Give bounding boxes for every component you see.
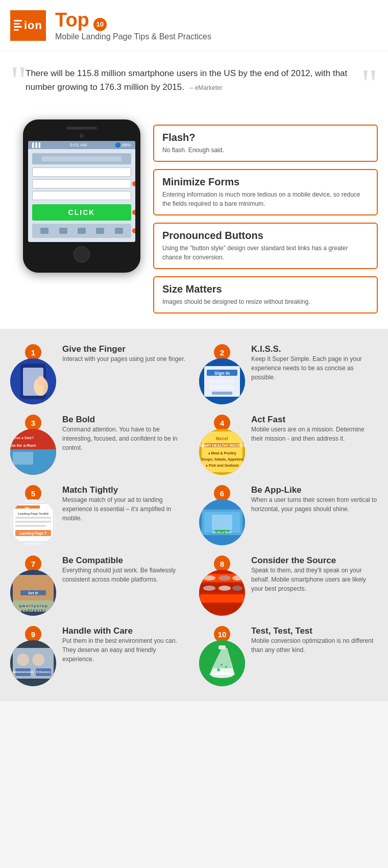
phone-nav-inner (42, 156, 121, 161)
logo-line (14, 23, 20, 25)
phone-home-button[interactable] (74, 246, 90, 262)
svg-text:HEART HEALTHY RECIPES: HEART HEALTHY RECIPES (199, 444, 245, 447)
tip-badge-4: 4 Becel HEART HEALTHY RECIPES ● Meat & P… (199, 415, 245, 475)
tip-title-3: Be Bold (62, 415, 189, 425)
quote-body: There will be 115.8 million smartphone u… (26, 68, 347, 92)
tip-img-placeholder-10 (199, 640, 245, 686)
phone-form-field-1[interactable] (32, 167, 131, 177)
logo: ion (10, 10, 46, 41)
svg-rect-11 (212, 392, 232, 395)
svg-rect-31 (15, 521, 51, 523)
phone-form-field-3[interactable] (32, 191, 131, 200)
tip-item-5: 5 ion Landing Page Toolkit (10, 485, 189, 545)
tip-content-5: Match Tightly Message match of your ad t… (62, 485, 189, 523)
tip-desc-6: When a user turns their screen from vert… (251, 495, 378, 514)
phone-click-button[interactable]: CLICK (32, 204, 131, 221)
phone-form-field-2[interactable] (32, 179, 131, 188)
tip-content-4: Act Fast Mobile users are on a mission. … (251, 415, 378, 443)
svg-point-55 (232, 575, 243, 581)
svg-text:q w e r t y u i o p: q w e r t y u i o p (19, 604, 47, 608)
quote-section: " There will be 115.8 million smartphone… (0, 51, 388, 109)
callout-pronounced-buttons: Pronounced Buttons Using the "button sty… (153, 223, 378, 269)
quote-open-icon: " (10, 60, 27, 101)
svg-rect-52 (200, 605, 244, 613)
phone-dot-size (132, 228, 135, 233)
phone-screen: ▌▌▌ 9:01 AM 🔵 88% (28, 141, 135, 242)
tip-image-10 (199, 640, 245, 686)
tip-badge-7: 7 q w e r t y u i o p a s d f g h j k l … (10, 556, 56, 616)
tip-title-9: Handle with Care (62, 626, 189, 636)
callout-forms-title: Minimize Forms (162, 176, 369, 188)
callout-flash-text: No flash. Enough said. (162, 146, 369, 155)
svg-text:Go for a Run!: Go for a Run! (10, 443, 36, 448)
tip-img-placeholder-8 (199, 570, 245, 616)
svg-point-57 (219, 586, 231, 591)
callout-size-matters: Size Matters Images should be designed t… (153, 276, 378, 314)
tip-content-10: Test, Test, Test Mobile conversion optim… (251, 626, 378, 655)
tip-desc-4: Mobile users are on a mission. Determine… (251, 425, 378, 443)
phone-content: CLICK (28, 149, 135, 242)
svg-point-73 (225, 666, 227, 668)
phone-dot-click (132, 210, 135, 215)
tip-content-7: Be Compatible Everything should just wor… (62, 556, 189, 584)
phone-back-icon (40, 228, 48, 234)
tip-image-1 (10, 358, 56, 404)
svg-point-58 (232, 586, 243, 591)
tip-img-placeholder-2: Sign In (199, 358, 245, 404)
tip-image-2: Sign In (199, 358, 245, 404)
header: ion Top 10 Mobile Landing Page Tips & Be… (0, 0, 388, 51)
svg-text:Landing Page T: Landing Page T (20, 532, 47, 536)
svg-point-62 (32, 654, 44, 666)
tip-title-7: Be Compatible (62, 556, 189, 566)
tip-item-10: 10 (199, 626, 378, 686)
tip-desc-5: Message match of your ad to landing expe… (62, 495, 189, 523)
tip-desc-3: Command attention. You have to be intere… (62, 425, 189, 452)
tip-img-placeholder-7: q w e r t y u i o p a s d f g h j k l Ge… (10, 570, 56, 616)
svg-point-4 (37, 376, 45, 386)
tip-badge-6: 6 Go for a Run! (199, 485, 245, 545)
svg-point-72 (217, 668, 220, 671)
tip-image-7: q w e r t y u i o p a s d f g h j k l Ge… (10, 570, 56, 616)
tip-item-2: 2 Sign In (199, 344, 378, 404)
tip-title-10: Test, Test, Test (251, 626, 378, 636)
callout-minimize-forms: Minimize Forms Entering information is m… (153, 169, 378, 215)
header-title-word: Top (55, 9, 89, 31)
quote-source: – eMarketer (190, 84, 223, 91)
svg-text:● Meat & Poultry: ● Meat & Poultry (208, 451, 236, 455)
callout-buttons-text: Using the "button style" design over sta… (162, 244, 369, 262)
tip-image-6: Go for a Run! (199, 499, 245, 545)
phone-body: ▌▌▌ 9:01 AM 🔵 88% (23, 119, 140, 273)
svg-text:ion: ion (25, 506, 30, 509)
phone-forward-icon (59, 228, 67, 234)
tip-badge-9: 9 Administrators 6 Doctors (10, 626, 56, 686)
tip-img-placeholder-1 (10, 358, 56, 404)
tip-badge-3: 3 Go for a Run! Love a Sale? (10, 415, 56, 475)
tip-desc-10: Mobile conversion optimization is no dif… (251, 636, 378, 655)
svg-point-61 (17, 654, 29, 666)
callout-flash-title: Flash? (162, 132, 369, 143)
tip-badge-2: 2 Sign In (199, 344, 245, 404)
svg-text:Love a Sale?: Love a Sale? (12, 436, 34, 440)
tip-badge-10: 10 (199, 626, 245, 686)
tip-img-placeholder-4: Becel HEART HEALTHY RECIPES ● Meat & Pou… (199, 429, 245, 475)
phone-container: ▌▌▌ 9:01 AM 🔵 88% (15, 119, 148, 273)
svg-text:a s d f g h j k l: a s d f g h j k l (21, 609, 45, 613)
logo-line (14, 29, 19, 31)
phone-status-bar: ▌▌▌ 9:01 AM 🔵 88% (28, 141, 135, 149)
tip-content-9: Handle with Care Put them in the best en… (62, 626, 189, 664)
svg-point-56 (203, 586, 215, 591)
svg-rect-70 (219, 645, 226, 649)
tips-grid: 1 Give the Finger (10, 344, 378, 686)
svg-text:Get it!: Get it! (28, 591, 38, 595)
svg-text:● Soups, Salads, Appetizers: ● Soups, Salads, Appetizers (199, 457, 245, 462)
tip-badge-1: 1 (10, 344, 56, 404)
phone-time: 9:01 AM (70, 142, 87, 148)
tip-desc-2: Keep It Super Simple. Each page in your … (251, 354, 378, 382)
callout-buttons-title: Pronounced Buttons (162, 230, 369, 242)
tip-desc-9: Put them in the best environment you can… (62, 636, 189, 664)
logo-text: ion (24, 19, 42, 32)
tip-title-1: Give the Finger (62, 344, 185, 354)
svg-text:Administrators: Administrators (12, 670, 34, 673)
svg-rect-32 (15, 525, 46, 527)
phone-speaker (66, 127, 97, 130)
